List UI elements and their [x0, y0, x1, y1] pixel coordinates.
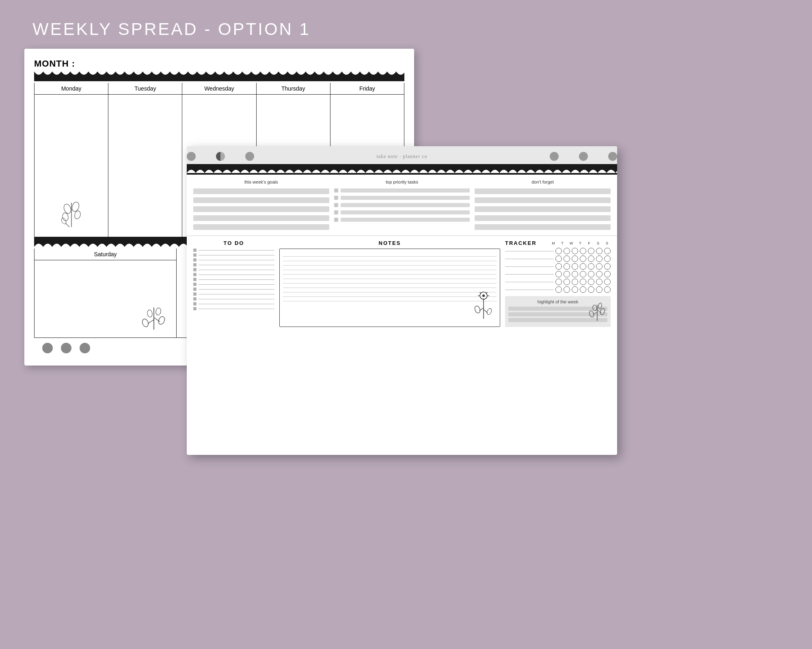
svg-line-6 [65, 223, 69, 227]
hole-1 [187, 152, 196, 161]
tracker-row-2 [505, 255, 611, 262]
svg-point-42 [598, 303, 602, 309]
priority-line-1 [341, 188, 470, 193]
todo-l-1 [199, 250, 274, 251]
tracker-circle-5-2 [564, 279, 570, 285]
dontforget-line-4 [475, 215, 611, 221]
tracker-circle-4-3 [572, 271, 578, 277]
svg-point-3 [71, 201, 80, 212]
highlight-box: highlight of the week [505, 296, 611, 327]
day-S2: S [603, 241, 611, 245]
checkbox-5 [334, 218, 338, 222]
floral-notes [471, 288, 496, 322]
saturday-col: Saturday [35, 249, 177, 337]
priority-section: top priority tasks [334, 180, 470, 231]
todo-cb-4 [193, 263, 197, 266]
todo-row-9 [193, 288, 274, 291]
todo-l-6 [199, 275, 274, 275]
tracker-circle-5-3 [572, 279, 578, 285]
tracker-circle-3-4 [580, 263, 586, 270]
tracker-column: TRACKER M T W T F S S highlight of the w… [505, 240, 611, 327]
notes-line-3 [283, 265, 497, 266]
svg-point-22 [147, 309, 153, 318]
priority-line-5 [341, 218, 470, 222]
priority-line-4 [341, 210, 470, 214]
notes-line-2 [283, 261, 497, 261]
tracker-circle-1-2 [564, 248, 570, 254]
tracker-row-4 [505, 271, 611, 277]
priority-item-1 [334, 188, 470, 193]
friday-header: Friday [330, 83, 404, 95]
tracker-circles-2 [555, 255, 611, 262]
day-T1: T [559, 241, 566, 245]
scallop-top-bar [34, 71, 404, 81]
goals-title: this week's goals [193, 180, 329, 184]
tracker-row-line-3 [505, 266, 554, 267]
tracker-circle-1-3 [572, 248, 578, 254]
tracker-circle-2-2 [564, 255, 570, 262]
tracker-circle-6-7 [604, 286, 611, 293]
tracker-circle-2-1 [555, 255, 562, 262]
todo-l-7 [199, 279, 274, 280]
tracker-circle-4-1 [555, 271, 562, 277]
hole-3 [245, 152, 254, 161]
tracker-circle-6-1 [555, 286, 562, 293]
svg-point-39 [589, 310, 595, 318]
day-S1: S [594, 241, 602, 245]
tracker-circles-6 [555, 286, 611, 293]
todo-row-7 [193, 278, 274, 281]
todo-cb-9 [193, 288, 197, 291]
checkbox-1 [334, 188, 338, 193]
dontforget-line-1 [475, 188, 611, 194]
monday-col: Monday [35, 83, 108, 237]
todo-cb-11 [193, 297, 197, 301]
tracker-circle-6-5 [588, 286, 594, 293]
tracker-title: TRACKER [505, 240, 537, 246]
hole-6 [608, 152, 617, 161]
hole-4 [550, 152, 559, 161]
tracker-row-5 [505, 279, 611, 285]
monday-header: Monday [35, 83, 108, 95]
day-T2: T [577, 241, 584, 245]
top-sections: this week's goals top priority tasks [187, 175, 617, 236]
svg-point-27 [482, 294, 485, 297]
todo-row-13 [193, 307, 274, 310]
saturday-content [35, 260, 176, 337]
tracker-circle-5-6 [596, 279, 603, 285]
tracker-circle-2-5 [588, 255, 594, 262]
floral-highlight [587, 296, 607, 324]
notes-line-8 [283, 288, 497, 288]
bottom-section: TO DO NOTES [187, 236, 617, 331]
notes-column: NOTES [279, 240, 500, 327]
front-planner-page: take note · planner co this week's goals… [187, 146, 617, 455]
tracker-row-line-5 [505, 282, 554, 282]
todo-row-3 [193, 258, 274, 262]
todo-cb-8 [193, 283, 197, 286]
tracker-row-1 [505, 248, 611, 254]
tuesday-content [108, 95, 182, 237]
holes-row: take note · planner co [187, 146, 617, 164]
day-F: F [585, 241, 593, 245]
todo-cb-5 [193, 268, 197, 271]
priority-line-2 [341, 196, 470, 200]
checkbox-4 [334, 210, 338, 214]
brand-text-front: take note · planner co [274, 154, 529, 160]
tracker-row-line-2 [505, 259, 554, 259]
dontforget-line-2 [475, 197, 611, 203]
todo-cb-1 [193, 249, 197, 252]
tracker-circle-2-3 [572, 255, 578, 262]
priority-item-4 [334, 210, 470, 214]
svg-point-23 [155, 307, 162, 316]
svg-point-2 [63, 203, 72, 214]
todo-row-5 [193, 268, 274, 271]
tracker-circle-6-4 [580, 286, 586, 293]
tracker-circles-5 [555, 279, 611, 285]
todo-l-11 [199, 299, 274, 299]
notes-title: NOTES [279, 240, 500, 246]
svg-point-35 [486, 308, 492, 316]
svg-point-33 [474, 305, 481, 314]
svg-point-41 [592, 305, 597, 311]
monday-content [35, 95, 108, 237]
tracker-circle-6-3 [572, 286, 578, 293]
tracker-circles-3 [555, 263, 611, 270]
